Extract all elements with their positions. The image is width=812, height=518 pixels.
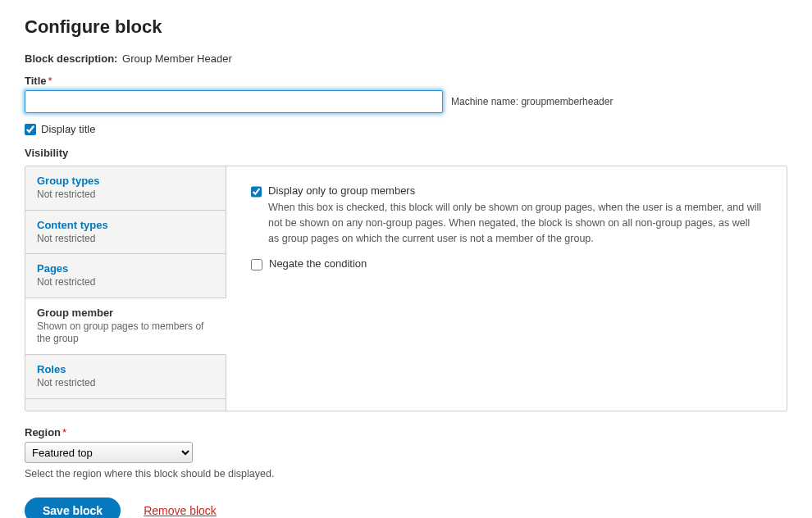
tab-title: Group types bbox=[37, 175, 214, 187]
region-label: Region bbox=[25, 426, 61, 438]
tab-content-types[interactable]: Content types Not restricted bbox=[25, 211, 226, 255]
machine-name-label: Machine name: bbox=[451, 96, 518, 107]
negate-checkbox[interactable] bbox=[251, 259, 262, 270]
machine-name-value: groupmemberheader bbox=[521, 96, 613, 107]
region-help: Select the region where this block shoul… bbox=[25, 468, 787, 479]
machine-name: Machine name: groupmemberheader bbox=[451, 96, 613, 107]
negate-label[interactable]: Negate the condition bbox=[269, 257, 367, 270]
title-label: Title bbox=[25, 75, 47, 87]
required-mark: * bbox=[62, 426, 66, 438]
visibility-label: Visibility bbox=[25, 147, 787, 159]
remove-link[interactable]: Remove block bbox=[144, 504, 217, 517]
page-title: Configure block bbox=[25, 16, 787, 38]
tab-group-member[interactable]: Group member Shown on group pages to mem… bbox=[25, 298, 226, 355]
display-title-label[interactable]: Display title bbox=[41, 123, 95, 135]
tab-group-types[interactable]: Group types Not restricted bbox=[25, 166, 226, 211]
tab-summary: Shown on group pages to members of the g… bbox=[37, 320, 214, 346]
block-description-label: Block description: bbox=[25, 52, 117, 65]
visibility-tabs: Group types Not restricted Content types… bbox=[25, 166, 787, 411]
tab-roles[interactable]: Roles Not restricted bbox=[25, 355, 226, 399]
block-description-value: Group Member Header bbox=[122, 52, 232, 65]
tab-pages[interactable]: Pages Not restricted bbox=[25, 254, 226, 298]
save-button[interactable]: Save block bbox=[25, 498, 121, 518]
only-members-checkbox[interactable] bbox=[251, 186, 262, 198]
title-input[interactable] bbox=[25, 90, 443, 113]
only-members-label[interactable]: Display only to group members bbox=[268, 184, 415, 197]
tab-content-pane: Display only to group members When this … bbox=[226, 166, 787, 411]
vertical-tabs-list: Group types Not restricted Content types… bbox=[25, 166, 226, 411]
tab-summary: Not restricted bbox=[37, 233, 214, 246]
tab-title: Group member bbox=[37, 307, 214, 319]
tab-summary: Not restricted bbox=[37, 189, 214, 202]
region-select[interactable]: Featured top bbox=[25, 442, 193, 463]
display-title-checkbox[interactable] bbox=[25, 124, 36, 135]
only-members-description: When this box is checked, this block wil… bbox=[268, 200, 762, 246]
tab-title: Content types bbox=[37, 219, 214, 231]
required-mark: * bbox=[48, 75, 52, 87]
tab-title: Pages bbox=[37, 262, 214, 275]
tab-summary: Not restricted bbox=[37, 276, 214, 289]
tab-title: Roles bbox=[37, 363, 214, 375]
tab-summary: Not restricted bbox=[37, 377, 214, 390]
